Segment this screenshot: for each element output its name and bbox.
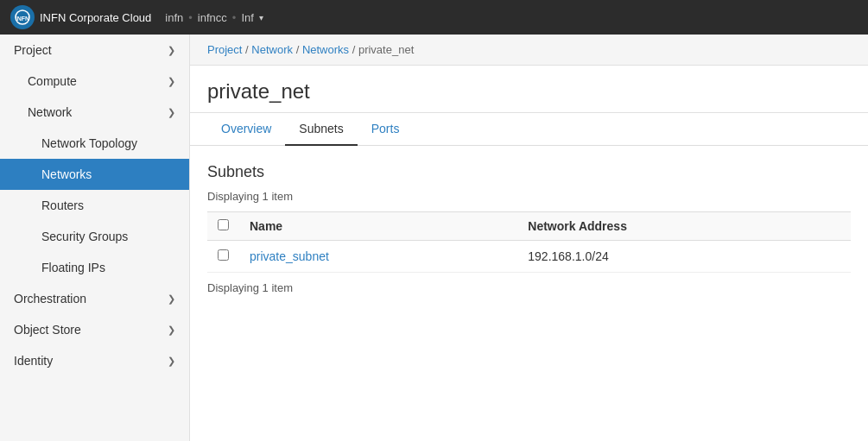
sidebar-compute-label: Compute: [28, 74, 77, 88]
sidebar-project-label: Project: [14, 43, 52, 57]
content-area: Subnets Displaying 1 item Name Network A…: [190, 146, 868, 312]
sidebar-item-network[interactable]: Network ❯: [0, 97, 189, 128]
select-all-checkbox[interactable]: [218, 219, 229, 230]
sidebar-item-network-topology[interactable]: Network Topology: [0, 128, 189, 159]
breadcrumb-network[interactable]: Network: [251, 43, 293, 56]
breadcrumb-sep2: /: [296, 43, 302, 56]
main-layout: Project ❯ Compute ❯ Network ❯ Network To…: [0, 35, 868, 441]
topbar-sep2: •: [232, 11, 237, 24]
row-checkbox-cell: [207, 241, 239, 273]
displaying-count-top: Displaying 1 item: [207, 190, 851, 203]
topbar-dropdown-icon[interactable]: ▾: [259, 13, 263, 22]
tab-ports[interactable]: Ports: [358, 113, 414, 146]
tabs: Overview Subnets Ports: [190, 113, 868, 146]
breadcrumb: Project / Network / Networks / private_n…: [190, 35, 868, 66]
sidebar-network-topology-label: Network Topology: [41, 136, 137, 150]
row-name-cell: private_subnet: [239, 241, 517, 273]
page-title: private_net: [190, 66, 868, 113]
logo-text: INFN Corporate Cloud: [40, 11, 151, 24]
sidebar-identity-label: Identity: [14, 354, 53, 368]
table-row: private_subnet 192.168.1.0/24: [207, 241, 851, 273]
table-col-network-address: Network Address: [517, 212, 851, 241]
tab-subnets[interactable]: Subnets: [285, 113, 357, 146]
sidebar-orchestration-label: Orchestration: [14, 292, 86, 306]
topbar-nav: infn • infncc • Inf ▾: [165, 11, 263, 24]
breadcrumb-sep3: /: [352, 43, 358, 56]
sidebar-item-orchestration[interactable]: Orchestration ❯: [0, 283, 189, 314]
compute-chevron-icon: ❯: [168, 76, 175, 87]
row-checkbox[interactable]: [218, 249, 229, 261]
topbar-region[interactable]: Inf: [241, 11, 253, 24]
displaying-count-bottom: Displaying 1 item: [207, 281, 851, 294]
subnets-table: Name Network Address private_subnet 192.…: [207, 211, 851, 273]
breadcrumb-networks[interactable]: Networks: [302, 43, 349, 56]
sidebar-item-floating-ips[interactable]: Floating IPs: [0, 252, 189, 283]
sidebar: Project ❯ Compute ❯ Network ❯ Network To…: [0, 35, 190, 441]
table-col-name: Name: [239, 212, 517, 241]
subnet-link[interactable]: private_subnet: [250, 249, 329, 263]
sidebar-object-store-label: Object Store: [14, 323, 81, 337]
table-header-checkbox: [207, 212, 239, 241]
sidebar-item-compute[interactable]: Compute ❯: [0, 66, 189, 97]
logo: INFN INFN Corporate Cloud: [10, 5, 151, 29]
sidebar-networks-label: Networks: [41, 167, 92, 181]
sidebar-security-groups-label: Security Groups: [41, 230, 128, 243]
sidebar-item-routers[interactable]: Routers: [0, 190, 189, 221]
sidebar-item-object-store[interactable]: Object Store ❯: [0, 314, 189, 345]
svg-text:INFN: INFN: [16, 16, 29, 22]
topbar: INFN INFN Corporate Cloud infn • infncc …: [0, 0, 868, 35]
logo-icon: INFN: [10, 5, 35, 29]
sidebar-item-security-groups[interactable]: Security Groups: [0, 221, 189, 252]
section-title: Subnets: [207, 163, 851, 181]
project-chevron-icon: ❯: [168, 45, 175, 56]
orchestration-chevron-icon: ❯: [168, 293, 175, 305]
topbar-user[interactable]: infn: [165, 11, 183, 24]
topbar-sep1: •: [188, 11, 193, 24]
breadcrumb-current: private_net: [358, 43, 414, 56]
sidebar-item-project[interactable]: Project ❯: [0, 35, 189, 66]
sidebar-item-identity[interactable]: Identity ❯: [0, 345, 189, 376]
topbar-project[interactable]: infncc: [198, 11, 227, 24]
breadcrumb-project[interactable]: Project: [207, 43, 242, 56]
tab-overview[interactable]: Overview: [207, 113, 285, 146]
identity-chevron-icon: ❯: [168, 356, 175, 367]
object-store-chevron-icon: ❯: [168, 324, 175, 336]
sidebar-item-networks[interactable]: Networks: [0, 159, 189, 190]
network-chevron-icon: ❯: [168, 107, 175, 118]
sidebar-network-label: Network: [28, 105, 72, 119]
sidebar-routers-label: Routers: [41, 198, 84, 212]
row-network-address-cell: 192.168.1.0/24: [517, 241, 851, 273]
main-content: Project / Network / Networks / private_n…: [190, 35, 868, 441]
sidebar-floating-ips-label: Floating IPs: [41, 261, 105, 274]
